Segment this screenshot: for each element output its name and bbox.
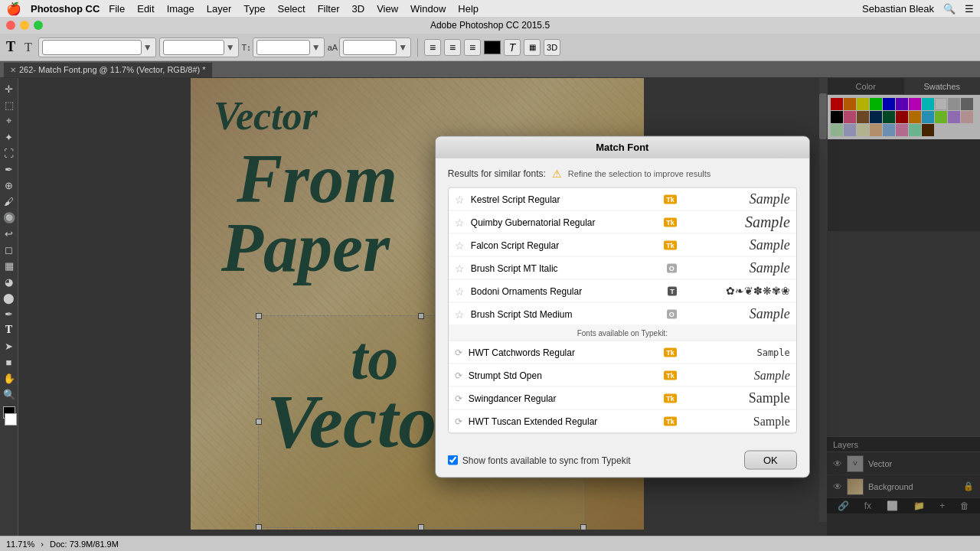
- font-size-select[interactable]: 500 pt ▼: [253, 37, 325, 57]
- brush-tool[interactable]: 🖌: [2, 194, 17, 209]
- font-name-chevron[interactable]: ▼: [143, 42, 152, 53]
- star-falcon[interactable]: ☆: [455, 239, 465, 251]
- selection-tool[interactable]: ⬚: [2, 97, 17, 112]
- heal-tool[interactable]: ⊕: [2, 178, 17, 193]
- history-tool[interactable]: ↩: [2, 226, 17, 241]
- font-name-input[interactable]: Kestrel Script: [42, 40, 142, 55]
- text-color-swatch[interactable]: [484, 41, 501, 54]
- eyedropper-tool[interactable]: ✒: [2, 161, 17, 177]
- menu-bar: 🍎 Photoshop CC File Edit Image Layer Typ…: [0, 0, 980, 17]
- typekit-icon-hwt-tuscan[interactable]: ⟳: [455, 416, 462, 426]
- typekit-section-header: Fonts available on Typekit:: [449, 326, 796, 341]
- gradient-tool[interactable]: ▦: [2, 258, 17, 273]
- menu-filter[interactable]: Filter: [312, 3, 346, 15]
- typekit-checkbox-label[interactable]: Show fonts available to sync from Typeki…: [448, 455, 738, 465]
- font-row-strumpt[interactable]: ⟳ Strumpt Std Open Tk Sample: [449, 364, 796, 387]
- menu-view[interactable]: View: [371, 3, 404, 15]
- font-name-hwt: HWT Catchwords Regular: [469, 347, 658, 357]
- font-list: ☆ Kestrel Script Regular Tk Sample ☆ Qui…: [448, 187, 797, 434]
- ok-button[interactable]: OK: [744, 451, 797, 470]
- typekit-icon-strumpt[interactable]: ⟳: [455, 370, 462, 380]
- font-row-brush-std[interactable]: ☆ Brush Script Std Medium O Sample: [449, 303, 796, 326]
- menu-layer[interactable]: Layer: [201, 3, 238, 15]
- crop-tool[interactable]: ⛶: [2, 145, 17, 161]
- sharp-input[interactable]: Sharp: [343, 40, 397, 55]
- align-left-button[interactable]: ≡: [424, 39, 441, 56]
- menu-type[interactable]: Type: [237, 3, 271, 15]
- apple-menu[interactable]: 🍎: [6, 2, 21, 16]
- menu-select[interactable]: Select: [271, 3, 311, 15]
- font-style-chevron[interactable]: ▼: [226, 42, 235, 53]
- minimize-button[interactable]: [20, 21, 29, 30]
- 3d-button[interactable]: 3D: [544, 39, 560, 56]
- zoom-tool[interactable]: 🔍: [2, 386, 17, 402]
- star-brush-mt[interactable]: ☆: [455, 262, 465, 274]
- subtitle-text: Results for similar fonts:: [448, 168, 546, 179]
- font-row-brush-mt[interactable]: ☆ Brush Script MT Italic O Sample: [449, 257, 796, 280]
- text-tool[interactable]: T: [3, 37, 18, 57]
- sharp-chevron[interactable]: ▼: [398, 42, 407, 53]
- close-button[interactable]: [6, 21, 15, 30]
- modal-title: Match Font: [596, 142, 648, 153]
- menu-3d[interactable]: 3D: [346, 3, 371, 15]
- menu-image[interactable]: Image: [161, 3, 201, 15]
- doc-size: Doc: 73.9M/81.9M: [50, 540, 119, 549]
- blur-tool[interactable]: ◕: [2, 274, 17, 289]
- antialiasing-group: aA Sharp ▼: [328, 37, 411, 57]
- align-center-button[interactable]: ≡: [444, 39, 461, 56]
- pen-tool[interactable]: ✒: [2, 306, 17, 321]
- move-tool[interactable]: ✛: [2, 81, 17, 96]
- font-row-falcon[interactable]: ☆ Falcon Script Regular Tk Sample: [449, 234, 796, 257]
- font-name-select[interactable]: Kestrel Script ▼: [38, 37, 156, 57]
- star-bodoni[interactable]: ☆: [455, 285, 465, 297]
- font-row-quimby[interactable]: ☆ Quimby Gubernatorial Regular Tk Sample: [449, 211, 796, 234]
- typekit-icon-swingdancer[interactable]: ⟳: [455, 393, 462, 403]
- typekit-checkbox[interactable]: [448, 455, 458, 465]
- tk-badge-hwt-tuscan: Tk: [664, 416, 677, 425]
- tk-badge-kestrel: Tk: [664, 194, 677, 204]
- font-name-quimby: Quimby Gubernatorial Regular: [471, 217, 658, 227]
- maximize-button[interactable]: [34, 21, 43, 30]
- star-kestrel[interactable]: ☆: [455, 193, 465, 205]
- clone-tool[interactable]: 🔘: [2, 210, 17, 225]
- magic-wand-tool[interactable]: ✦: [2, 129, 17, 145]
- lasso-tool[interactable]: ⌖: [2, 113, 17, 129]
- hand-tool[interactable]: ✋: [2, 370, 17, 386]
- font-style-input[interactable]: Regular: [163, 40, 224, 55]
- menu-edit[interactable]: Edit: [131, 3, 160, 15]
- font-size-input[interactable]: 500 pt: [256, 40, 310, 55]
- text-options-button[interactable]: ▦: [524, 39, 541, 56]
- warp-text-button[interactable]: T: [504, 39, 521, 56]
- font-preview-quimby: Sample: [683, 214, 790, 231]
- star-brush-std[interactable]: ☆: [455, 308, 465, 320]
- menu-file[interactable]: File: [103, 3, 131, 15]
- dodge-tool[interactable]: ⬤: [2, 290, 17, 305]
- font-size-chevron[interactable]: ▼: [312, 42, 321, 53]
- menu-icon[interactable]: ☰: [965, 3, 974, 15]
- shape-tool[interactable]: ■: [2, 354, 17, 370]
- font-style-select[interactable]: Regular ▼: [159, 37, 239, 57]
- divider-1: [417, 38, 418, 57]
- type-tool[interactable]: T: [2, 322, 17, 337]
- star-quimby[interactable]: ☆: [455, 216, 465, 228]
- background-color[interactable]: [5, 413, 17, 425]
- menu-help[interactable]: Help: [452, 3, 485, 15]
- type-options[interactable]: T: [21, 39, 35, 56]
- font-row-bodoni[interactable]: ☆ Bodoni Ornaments Regular T ✿❧❦✽❋✾❀: [449, 280, 796, 303]
- tab-close[interactable]: ✕: [10, 66, 16, 74]
- align-right-button[interactable]: ≡: [464, 39, 481, 56]
- font-row-hwt-tuscan[interactable]: ⟳ HWT Tuscan Extended Regular Tk Sample: [449, 410, 796, 433]
- typekit-icon-hwt[interactable]: ⟳: [455, 347, 462, 357]
- o-badge-brush-mt: O: [667, 263, 677, 272]
- color-tools: [2, 406, 17, 426]
- font-row-hwt[interactable]: ⟳ HWT Catchwords Regular Tk Sample: [449, 341, 796, 364]
- font-row-kestrel[interactable]: ☆ Kestrel Script Regular Tk Sample: [449, 188, 796, 211]
- path-selection-tool[interactable]: ➤: [2, 338, 17, 354]
- search-icon[interactable]: 🔍: [943, 3, 956, 15]
- eraser-tool[interactable]: ◻: [2, 242, 17, 257]
- font-row-swingdancer[interactable]: ⟳ Swingdancer Regular Tk Sample: [449, 387, 796, 410]
- menu-window[interactable]: Window: [404, 3, 452, 15]
- file-tab[interactable]: ✕ 262- Match Font.png @ 11.7% (Vector, R…: [3, 62, 213, 77]
- sharp-select[interactable]: Sharp ▼: [339, 37, 411, 57]
- toolbar: T T Kestrel Script ▼ Regular ▼ T↕ 500 pt…: [0, 34, 980, 61]
